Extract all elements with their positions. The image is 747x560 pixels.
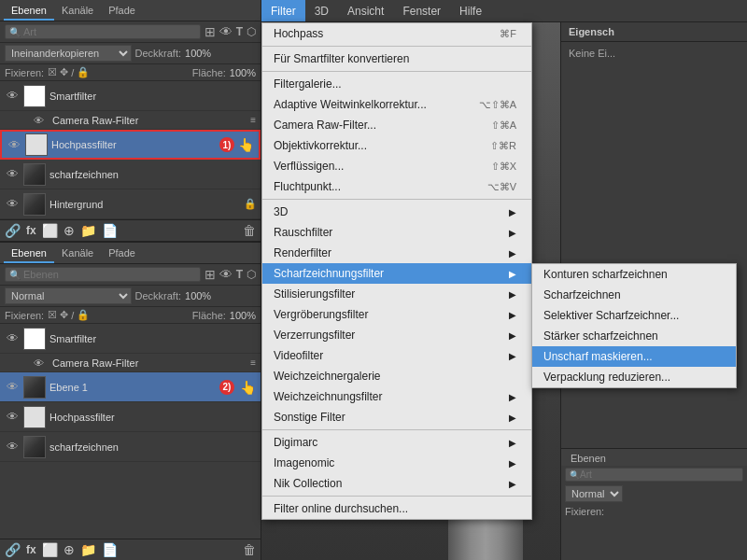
eye-smartfilter-b[interactable]: 👁 bbox=[5, 331, 20, 346]
tab-ebenen-bottom[interactable]: Ebenen bbox=[4, 245, 54, 263]
fix-pixel-icon[interactable]: ☒ bbox=[48, 66, 57, 78]
filter-nik[interactable]: Nik Collection ▶ bbox=[262, 473, 531, 494]
filter-sonstige[interactable]: Sonstige Filter ▶ bbox=[262, 407, 531, 427]
eye-ebene1-b[interactable]: 👁 bbox=[5, 380, 20, 395]
tab-ebenen-top[interactable]: Ebenen bbox=[4, 2, 54, 21]
delete-icon-top[interactable]: 🗑 bbox=[243, 223, 256, 238]
layer-scharfzeichnen-bottom[interactable]: 👁 scharfzeichnen bbox=[0, 432, 261, 462]
blend-mode-select-bottom[interactable]: Normal bbox=[5, 287, 132, 304]
tab-kanaele-top[interactable]: Kanäle bbox=[54, 2, 101, 21]
filter-adaptive[interactable]: Adaptive Weitwinkelkorrektur... ⌥⇧⌘A bbox=[262, 94, 531, 115]
layer-smartfilter-top[interactable]: 👁 Smartfilter bbox=[0, 81, 261, 111]
filter-scharf[interactable]: Scharfzeichnungsfilter ▶ Konturen scharf… bbox=[262, 263, 531, 284]
opacity-value-top[interactable]: 100% bbox=[185, 48, 211, 59]
eye-filter-icon[interactable]: 👁 bbox=[219, 24, 233, 39]
flaeche-value-top[interactable]: 100% bbox=[230, 67, 256, 78]
link-icon-bottom[interactable]: 🔗 bbox=[5, 542, 21, 557]
add-adj-icon-top[interactable]: ⊕ bbox=[63, 223, 75, 238]
eye-filter-icon-bottom[interactable]: 👁 bbox=[219, 267, 233, 282]
fix-lock-icon[interactable]: 🔒 bbox=[77, 66, 90, 78]
filter-hochpass[interactable]: Hochpass ⌘F bbox=[262, 23, 531, 44]
filter-weich-galerie[interactable]: Weichzeichnergalerie bbox=[262, 366, 531, 386]
fix-move-icon[interactable]: ✥ bbox=[60, 66, 68, 78]
layer-hochpassfilter-bottom[interactable]: 👁 Hochpassfilter bbox=[0, 402, 261, 432]
add-layer-icon-bottom[interactable]: 📄 bbox=[102, 542, 118, 557]
mini-blend-select[interactable]: Normal bbox=[565, 485, 623, 502]
tab-pfade-top[interactable]: Pfade bbox=[101, 2, 143, 21]
filter-galerie[interactable]: Filtergalerie... bbox=[262, 74, 531, 94]
sub-unscharf[interactable]: Unscharf maskieren... bbox=[532, 346, 736, 367]
flaeche-value-bottom[interactable]: 100% bbox=[230, 310, 256, 321]
menu-fenster[interactable]: Fenster bbox=[393, 0, 450, 21]
eye-hintergrund-top[interactable]: 👁 bbox=[5, 197, 20, 212]
filter-3d[interactable]: 3D ▶ bbox=[262, 202, 531, 222]
search-input-top[interactable] bbox=[23, 26, 79, 37]
add-mask-icon-top[interactable]: ⬜ bbox=[42, 223, 58, 238]
channel-icon[interactable]: ⬡ bbox=[247, 25, 256, 38]
layer-hochpassfilter-top[interactable]: 👁 Hochpassfilter 1) 👆 bbox=[0, 130, 261, 160]
menu-hilfe[interactable]: Hilfe bbox=[450, 0, 491, 21]
layer-type-icon[interactable]: ⊞ bbox=[204, 24, 216, 39]
fix-move-icon-b[interactable]: ✥ bbox=[60, 309, 68, 321]
mini-search-input[interactable] bbox=[580, 469, 655, 480]
folder-icon-top[interactable]: 📁 bbox=[80, 223, 96, 238]
filter-fluchtpunkt[interactable]: Fluchtpunkt... ⌥⌘V bbox=[262, 176, 531, 197]
opacity-value-bottom[interactable]: 100% bbox=[185, 290, 211, 301]
add-layer-icon-top[interactable]: 📄 bbox=[102, 223, 118, 238]
fx-icon-top[interactable]: fx bbox=[26, 224, 36, 237]
blend-mode-select-top[interactable]: Ineinanderkopieren bbox=[5, 45, 132, 62]
mini-tab-ebenen[interactable]: Ebenen bbox=[565, 451, 612, 466]
sub-konturen[interactable]: Konturen scharfzeichnen bbox=[532, 264, 736, 285]
camera-raw-row-top[interactable]: 👁 Camera Raw-Filter ≡ bbox=[0, 111, 261, 130]
eye-camera-b[interactable]: 👁 bbox=[34, 357, 49, 369]
filter-digimarc[interactable]: Digimarc ▶ bbox=[262, 432, 531, 453]
filter-objektiv[interactable]: Objektivkorrektur... ⇧⌘R bbox=[262, 135, 531, 156]
filter-online[interactable]: Filter online durchsuchen... bbox=[262, 498, 531, 519]
layer-type-icon-bottom[interactable]: ⊞ bbox=[204, 267, 216, 282]
fix-brush-icon-b[interactable]: / bbox=[71, 310, 74, 321]
fix-pixel-icon-b[interactable]: ☒ bbox=[48, 309, 57, 321]
text-icon[interactable]: T bbox=[236, 25, 243, 38]
delete-icon-bottom[interactable]: 🗑 bbox=[243, 542, 256, 557]
filter-smartfilter[interactable]: Für Smartfilter konvertieren bbox=[262, 49, 531, 69]
folder-icon-bottom[interactable]: 📁 bbox=[80, 542, 96, 557]
filter-imagenomic[interactable]: Imagenomic ▶ bbox=[262, 453, 531, 473]
fix-brush-icon[interactable]: / bbox=[71, 67, 74, 78]
layer-search-box-bottom[interactable]: 🔍 bbox=[5, 267, 201, 282]
sub-verpacklung[interactable]: Verpacklung reduzieren... bbox=[532, 367, 736, 387]
eye-scharfzeichnen-top[interactable]: 👁 bbox=[5, 167, 20, 182]
eye-camera-top[interactable]: 👁 bbox=[34, 115, 49, 126]
eye-smartfilter-top[interactable]: 👁 bbox=[5, 89, 20, 104]
camera-raw-row-bottom[interactable]: 👁 Camera Raw-Filter ≡ bbox=[0, 354, 261, 372]
eye-scharfzeichnen-b[interactable]: 👁 bbox=[5, 440, 20, 455]
eye-hochpassfilter-b[interactable]: 👁 bbox=[5, 410, 20, 425]
layer-scharfzeichnen-top[interactable]: 👁 scharfzeichnen bbox=[0, 160, 261, 189]
filter-vergroeber[interactable]: Vergröberungsfilter ▶ bbox=[262, 304, 531, 325]
eye-hochpassfilter-top[interactable]: 👁 bbox=[7, 137, 21, 152]
layer-smartfilter-bottom[interactable]: 👁 Smartfilter bbox=[0, 324, 261, 354]
menu-ansicht[interactable]: Ansicht bbox=[338, 0, 393, 21]
fix-lock-icon-b[interactable]: 🔒 bbox=[77, 309, 90, 321]
add-mask-icon-bottom[interactable]: ⬜ bbox=[42, 542, 58, 557]
tab-pfade-bottom[interactable]: Pfade bbox=[101, 245, 143, 263]
text-icon-bottom[interactable]: T bbox=[236, 268, 243, 281]
filter-camera[interactable]: Camera Raw-Filter... ⇧⌘A bbox=[262, 115, 531, 135]
fx-icon-bottom[interactable]: fx bbox=[26, 543, 36, 556]
layer-hintergrund-top[interactable]: 👁 Hintergrund 🔒 bbox=[0, 189, 261, 219]
channel-icon-bottom[interactable]: ⬡ bbox=[247, 268, 256, 281]
mini-search-box[interactable]: 🔍 bbox=[565, 468, 743, 482]
sub-scharf[interactable]: Scharfzeichnen bbox=[532, 285, 736, 305]
filter-weich-filter[interactable]: Weichzeichnungsfilter ▶ bbox=[262, 386, 531, 407]
filter-verfluessigen[interactable]: Verflüssigen... ⇧⌘X bbox=[262, 156, 531, 176]
tab-kanaele-bottom[interactable]: Kanäle bbox=[54, 245, 101, 263]
search-input-bottom[interactable] bbox=[23, 269, 79, 280]
add-adj-icon-bottom[interactable]: ⊕ bbox=[63, 542, 75, 557]
layer-ebene1-bottom[interactable]: 👁 Ebene 1 2) 👆 bbox=[0, 372, 261, 402]
filter-video[interactable]: Videofilter ▶ bbox=[262, 345, 531, 366]
menu-filter[interactable]: Filter bbox=[261, 0, 305, 21]
filter-verzerrung[interactable]: Verzerrungsfilter ▶ bbox=[262, 325, 531, 345]
filter-render[interactable]: Renderfilter ▶ bbox=[262, 243, 531, 263]
filter-stilisierung[interactable]: Stilisierungsfilter ▶ bbox=[262, 284, 531, 304]
sub-staerker[interactable]: Stärker scharfzeichnen bbox=[532, 326, 736, 346]
link-icon-top[interactable]: 🔗 bbox=[5, 223, 21, 238]
